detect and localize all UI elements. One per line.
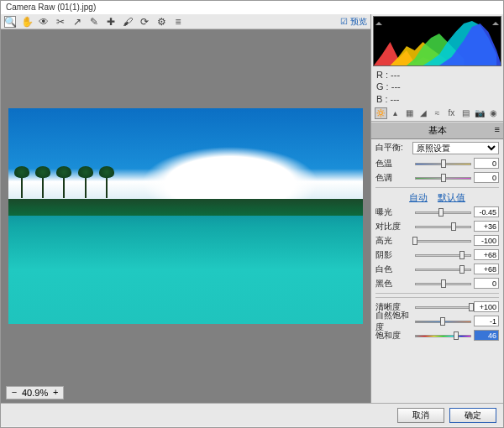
tab-hsl[interactable]: ◢: [417, 107, 429, 119]
slider-9[interactable]: [415, 316, 471, 326]
section-header: 基本 ≡: [371, 122, 503, 139]
presets-icon[interactable]: ≡: [172, 16, 184, 28]
slider-1[interactable]: [415, 173, 471, 183]
brush-icon[interactable]: 🖌: [122, 16, 134, 28]
straighten-icon[interactable]: ↗: [71, 16, 83, 28]
tab-detail[interactable]: ▦: [403, 107, 416, 119]
highlight-clip-icon[interactable]: [492, 18, 499, 25]
slider-label: 黑色: [375, 278, 412, 290]
tab-fx[interactable]: fx: [445, 107, 458, 119]
panel-tabs: 🔅 ▴ ▦ ◢ ≈ fx ▤ 📷 ◉: [371, 106, 503, 122]
cancel-button[interactable]: 取消: [397, 408, 444, 423]
canvas-area[interactable]: − 40.9% +: [1, 29, 370, 403]
basic-panel: 白平衡: 原照设置 色温色调自动默认值曝光对比度高光阴影白色黑色清晰度自然饱和度…: [371, 139, 503, 403]
redeye-icon[interactable]: ✚: [105, 16, 117, 28]
zoom-out-button[interactable]: −: [10, 389, 18, 397]
footer: 取消 确定: [1, 403, 503, 426]
slider-label: 白色: [375, 264, 412, 275]
slider-8[interactable]: [415, 302, 471, 312]
histogram: [373, 16, 501, 66]
eyedropper-icon[interactable]: 👁: [38, 16, 50, 28]
zoom-in-button[interactable]: +: [51, 389, 60, 397]
zoom-control: − 40.9% +: [6, 386, 64, 399]
slider-value-4[interactable]: [474, 235, 499, 246]
slider-value-8[interactable]: [474, 301, 499, 312]
slider-value-5[interactable]: [474, 249, 499, 260]
wb-label: 白平衡:: [375, 142, 412, 154]
slider-value-7[interactable]: [474, 278, 499, 289]
toolbar: 🔍 ✋ 👁 ✂ ↗ ✎ ✚ 🖌 ⟳ ⚙ ≡ ☑ 预览: [1, 14, 370, 29]
slider-label: 色温: [375, 158, 412, 170]
tab-curve[interactable]: ▴: [389, 107, 402, 119]
titlebar: Camera Raw (01(1).jpg): [1, 1, 503, 14]
tab-lens[interactable]: ▤: [459, 107, 472, 119]
slider-value-9[interactable]: [474, 316, 499, 326]
slider-2[interactable]: [415, 207, 471, 217]
zoom-percent[interactable]: 40.9%: [22, 388, 48, 398]
slider-label: 曝光: [375, 206, 412, 218]
slider-label: 对比度: [375, 221, 412, 232]
zoom-tool-icon[interactable]: 🔍: [4, 16, 16, 28]
slider-value-10[interactable]: [474, 330, 499, 341]
rgb-readout: R : ---G : ---B : ---: [371, 68, 503, 106]
slider-value-1[interactable]: [474, 172, 499, 183]
tab-split[interactable]: ≈: [431, 107, 444, 119]
hand-tool-icon[interactable]: ✋: [21, 16, 33, 28]
crop-icon[interactable]: ✂: [55, 16, 66, 28]
slider-label: 高光: [375, 235, 412, 247]
tab-presets[interactable]: ◉: [487, 107, 500, 119]
prefs-icon[interactable]: ⚙: [155, 16, 167, 28]
slider-label: 阴影: [375, 249, 412, 261]
retouch-icon[interactable]: ✎: [88, 16, 100, 28]
photo-preview: [8, 108, 363, 324]
ok-button[interactable]: 确定: [449, 408, 496, 423]
slider-10[interactable]: [415, 331, 471, 341]
slider-label: 饱和度: [375, 330, 412, 342]
panel-menu-icon[interactable]: ≡: [495, 124, 500, 134]
slider-value-0[interactable]: [474, 158, 499, 169]
slider-label: 色调: [375, 172, 412, 184]
shadow-clip-icon[interactable]: [375, 18, 382, 25]
auto-link[interactable]: 自动: [409, 192, 428, 202]
slider-6[interactable]: [415, 264, 471, 274]
tab-basic[interactable]: 🔅: [375, 107, 387, 119]
slider-value-3[interactable]: [474, 221, 499, 232]
slider-value-6[interactable]: [474, 264, 499, 274]
slider-4[interactable]: [415, 236, 471, 246]
preview-toggle[interactable]: ☑ 预览: [340, 16, 367, 28]
slider-7[interactable]: [415, 279, 471, 289]
rotate-icon[interactable]: ⟳: [139, 16, 150, 28]
tab-camera[interactable]: 📷: [474, 107, 486, 119]
wb-select[interactable]: 原照设置: [412, 142, 499, 154]
slider-5[interactable]: [415, 250, 471, 260]
slider-0[interactable]: [415, 159, 471, 169]
default-link[interactable]: 默认值: [438, 192, 465, 202]
slider-3[interactable]: [415, 222, 471, 232]
slider-value-2[interactable]: [474, 206, 499, 217]
